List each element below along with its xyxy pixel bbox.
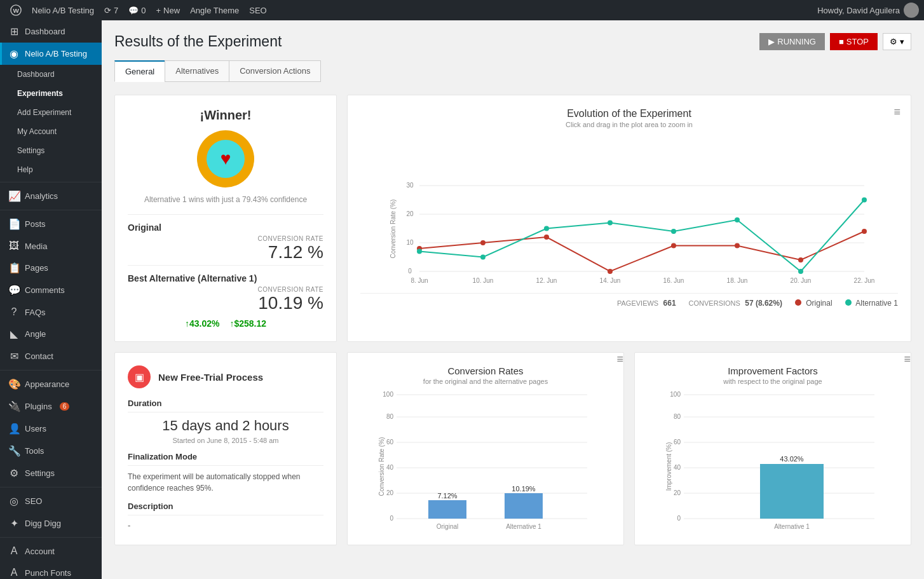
sidebar-item-add-experiment[interactable]: Add Experiment	[0, 103, 102, 122]
seo-sidebar-label: SEO	[25, 496, 42, 506]
settings-label: Settings	[25, 468, 55, 478]
sidebar-item-pages[interactable]: 📋 Pages	[0, 257, 102, 279]
admin-bar: W Nelio A/B Testing ⟳ 7 💬 0 + New Angle …	[0, 0, 924, 20]
tab-general[interactable]: General	[114, 60, 165, 82]
sidebar-item-help[interactable]: Help	[0, 160, 102, 179]
original-conv-rate-value: 7.12 %	[128, 242, 323, 262]
started-label: Started on June 8, 2015 - 5:48 am	[128, 437, 323, 444]
sidebar-item-settings[interactable]: ⚙ Settings	[0, 462, 102, 484]
description-section-title: Description	[128, 501, 323, 515]
angle-label: Angle	[25, 329, 46, 339]
sidebar-divider-2	[0, 210, 102, 210]
sidebar-item-account[interactable]: A Account	[0, 540, 102, 562]
media-icon: 🖼	[8, 240, 20, 252]
sidebar-item-posts[interactable]: 📄 Posts	[0, 213, 102, 235]
svg-text:0: 0	[408, 268, 412, 275]
sidebar-item-appearance[interactable]: 🎨 Appearance	[0, 373, 102, 395]
seo-bar[interactable]: SEO	[244, 0, 271, 20]
svg-text:30: 30	[406, 182, 414, 189]
new-content-bar[interactable]: + New	[151, 0, 186, 20]
sidebar-item-sub-dashboard[interactable]: Dashboard	[0, 65, 102, 84]
sidebar-item-experiments[interactable]: Experiments	[0, 84, 102, 103]
comment-icon: 💬	[128, 6, 139, 15]
theme-label: Angle Theme	[190, 6, 239, 15]
pageviews-value: 661	[663, 299, 676, 308]
improvement-subtitle: with respect to the original page	[648, 378, 898, 385]
contact-icon: ✉	[8, 350, 20, 362]
improvement-dollars: ↑$258.12	[229, 318, 266, 329]
appearance-label: Appearance	[25, 379, 69, 389]
nelio-settings-label: Settings	[17, 146, 44, 155]
sidebar-item-angle[interactable]: ◣ Angle	[0, 323, 102, 345]
settings-gear-button[interactable]: ⚙ ▾	[883, 33, 911, 50]
svg-point-25	[798, 257, 803, 262]
svg-text:Original: Original	[437, 523, 458, 530]
main-content: Results of the Experiment ▶ RUNNING ■ ST…	[102, 20, 924, 579]
comments-label: Comments	[25, 285, 65, 295]
sidebar-item-contact[interactable]: ✉ Contact	[0, 345, 102, 367]
sidebar-item-nelio[interactable]: ◉ Nelio A/B Testing	[0, 43, 102, 65]
sidebar-item-settings-nelio[interactable]: Settings	[0, 141, 102, 160]
svg-text:14. Jun: 14. Jun	[600, 277, 621, 284]
sidebar-item-plugins[interactable]: 🔌 Plugins 6	[0, 395, 102, 418]
evolution-chart-menu[interactable]: ≡	[893, 106, 900, 119]
wp-logo[interactable]: W	[5, 0, 27, 20]
svg-text:10. Jun: 10. Jun	[473, 277, 494, 284]
tab-alternatives[interactable]: Alternatives	[165, 60, 229, 82]
svg-text:10: 10	[406, 239, 414, 246]
exp-name: New Free-Trial Process	[158, 372, 263, 383]
running-button[interactable]: ▶ RUNNING	[759, 33, 825, 50]
comments-bar[interactable]: 💬 0	[123, 0, 151, 20]
sidebar-item-analytics[interactable]: 📈 Analytics	[0, 185, 102, 207]
svg-text:10.19%: 10.19%	[512, 485, 536, 493]
tab-conversion-actions[interactable]: Conversion Actions	[229, 60, 321, 82]
top-cards-row: ¡Winner! ♥ Alternative 1 wins with just …	[114, 95, 911, 342]
svg-text:80: 80	[386, 413, 394, 420]
experiments-label: Experiments	[17, 89, 63, 98]
sidebar-item-dashboard[interactable]: ⊞ Dashboard	[0, 20, 102, 43]
svg-text:Alternative 1: Alternative 1	[506, 523, 541, 530]
site-name-bar[interactable]: Nelio A/B Testing	[27, 0, 99, 20]
dashboard-label: Dashboard	[25, 27, 65, 36]
nelio-icon: ◉	[8, 48, 20, 60]
nelio-label: Nelio A/B Testing	[25, 49, 87, 58]
sidebar-item-digg[interactable]: ✦ Digg Digg	[0, 512, 102, 535]
media-label: Media	[25, 242, 47, 251]
settings-icon: ⚙	[8, 467, 20, 479]
svg-point-32	[735, 217, 740, 222]
conv-rates-subtitle: for the original and the alternative pag…	[360, 378, 611, 385]
users-label: Users	[25, 424, 46, 433]
bar-right: Howdy, David Aguilera	[817, 3, 919, 18]
updates-icon: ⟳	[104, 6, 111, 15]
sidebar-item-tools[interactable]: 🔧 Tools	[0, 440, 102, 462]
svg-text:0: 0	[677, 515, 681, 522]
updates-bar[interactable]: ⟳ 7	[99, 0, 123, 20]
sidebar-item-media[interactable]: 🖼 Media	[0, 235, 102, 257]
plugins-icon: 🔌	[8, 400, 20, 412]
sidebar-item-users[interactable]: 👤 Users	[0, 418, 102, 440]
account-label: Account	[25, 547, 55, 556]
analytics-label: Analytics	[25, 191, 58, 201]
sidebar-item-punch-fonts[interactable]: A Punch Fonts	[0, 562, 102, 579]
sidebar-item-my-account[interactable]: My Account	[0, 122, 102, 141]
theme-bar[interactable]: Angle Theme	[185, 0, 244, 20]
improvement-factors-card: Improvement Factors with respect to the …	[634, 352, 911, 545]
best-alt-result: Best Alternative (Alternative 1) CONVERS…	[128, 265, 323, 329]
improvement-row: ↑43.02% ↑$258.12	[128, 318, 323, 329]
description-value: -	[128, 521, 323, 530]
add-experiment-label: Add Experiment	[17, 108, 71, 117]
conv-rates-menu[interactable]: ≡	[616, 353, 623, 366]
heart-icon: ♥	[221, 149, 231, 169]
svg-text:20: 20	[386, 489, 394, 496]
chart-footer: PAGEVIEWS 661 CONVERSIONS 57 (8.62%) Ori…	[360, 293, 898, 308]
play-icon: ▶	[768, 37, 775, 46]
sidebar-item-faqs[interactable]: ? FAQs	[0, 301, 102, 323]
svg-point-20	[480, 240, 486, 245]
pageviews-label: PAGEVIEWS	[617, 299, 658, 307]
sidebar: ⊞ Dashboard ◉ Nelio A/B Testing Dashboar…	[0, 20, 102, 579]
sidebar-item-comments[interactable]: 💬 Comments	[0, 279, 102, 301]
improvement-chart-menu[interactable]: ≡	[904, 353, 911, 366]
sidebar-item-seo[interactable]: ◎ SEO	[0, 490, 102, 512]
user-avatar[interactable]	[904, 3, 919, 18]
stop-button[interactable]: ■ STOP	[830, 33, 878, 50]
